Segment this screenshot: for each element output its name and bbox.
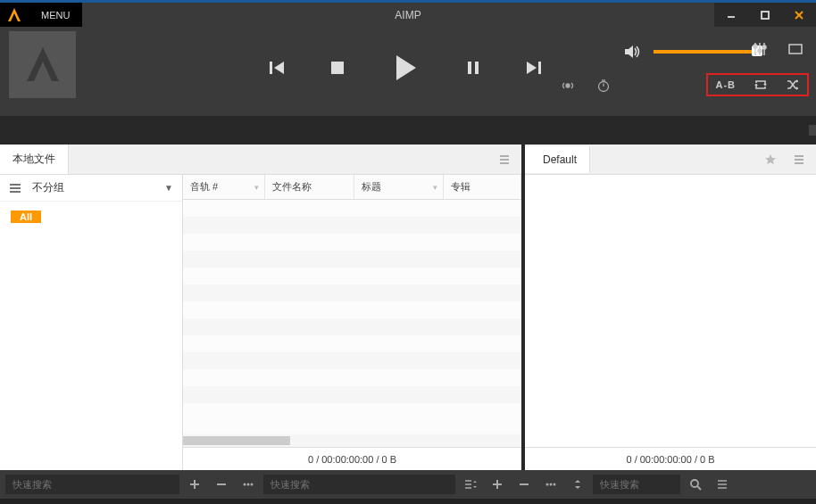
logo-menu-area: MENU [0, 3, 82, 27]
grid-headers: 音轨 #▾ 文件名称 标题▾ 专辑 [183, 175, 521, 200]
track-grid: 音轨 #▾ 文件名称 标题▾ 专辑 0 / 00:00:00:00 / 0 B [183, 175, 521, 470]
horizontal-scrollbar[interactable] [183, 434, 521, 447]
grid-rows[interactable] [183, 200, 521, 434]
svg-rect-4 [270, 62, 272, 74]
svg-point-14 [762, 45, 766, 49]
bottom-bar [0, 470, 816, 499]
playlist-add-button[interactable] [486, 475, 509, 494]
search-input-left[interactable] [5, 475, 179, 494]
svg-point-33 [247, 483, 250, 486]
app-title: AIMP [395, 9, 420, 21]
col-album[interactable]: 专辑 [444, 175, 521, 199]
radio-icon[interactable] [561, 78, 575, 93]
local-files-panel: 本地文件 不分组 ▼ All 音轨 #▾ 文件名称 标题▾ 专辑 [0, 145, 521, 470]
volume-slider[interactable] [654, 50, 761, 54]
left-panel-footer: 0 / 00:00:00:00 / 0 B [183, 447, 521, 470]
tab-local-files[interactable]: 本地文件 [0, 145, 69, 174]
right-panel-menu-icon[interactable] [793, 153, 805, 166]
svg-point-43 [554, 483, 556, 486]
previous-button[interactable] [268, 59, 286, 77]
shuffle-button[interactable] [786, 78, 800, 92]
hamburger-icon [9, 182, 21, 194]
svg-line-45 [697, 486, 701, 490]
panels: 本地文件 不分组 ▼ All 音轨 #▾ 文件名称 标题▾ 专辑 [0, 145, 816, 470]
close-button[interactable] [782, 3, 816, 27]
svg-point-34 [251, 483, 254, 486]
col-filename[interactable]: 文件名称 [265, 175, 354, 199]
sort-button[interactable] [459, 475, 482, 494]
add-button[interactable] [183, 475, 206, 494]
maximize-button[interactable] [748, 3, 782, 27]
search-input-right[interactable] [593, 475, 680, 494]
playlist-panel: Default 0 / 00:00:00:00 / 0 B [525, 145, 816, 470]
svg-point-44 [691, 480, 698, 487]
volume-icon[interactable] [623, 43, 641, 61]
svg-point-32 [244, 483, 246, 486]
pause-button[interactable] [464, 59, 482, 77]
transport-controls [268, 52, 543, 84]
ab-repeat-button[interactable]: A-B [715, 79, 736, 90]
left-panel-body: 不分组 ▼ All 音轨 #▾ 文件名称 标题▾ 专辑 [0, 175, 521, 470]
stop-button[interactable] [329, 59, 346, 77]
search-button[interactable] [684, 475, 707, 494]
all-tag[interactable]: All [11, 211, 41, 223]
svg-point-41 [546, 483, 549, 486]
svg-rect-6 [468, 62, 471, 74]
left-panel-header: 本地文件 [0, 145, 521, 175]
svg-point-12 [754, 45, 757, 48]
left-panel-menu-icon[interactable] [498, 153, 511, 166]
repeat-shuffle-box: A-B [706, 73, 809, 96]
right-panel-footer: 0 / 00:00:00:00 / 0 B [525, 447, 816, 470]
tab-default[interactable]: Default [525, 146, 590, 173]
svg-rect-8 [538, 62, 541, 74]
window-controls [714, 3, 816, 27]
svg-point-42 [550, 483, 553, 486]
col-track[interactable]: 音轨 #▾ [183, 175, 265, 199]
visualization-button[interactable] [787, 41, 804, 57]
group-select[interactable]: 不分组 ▼ [0, 175, 182, 202]
next-button[interactable] [525, 59, 543, 77]
filter-icon[interactable]: ▾ [433, 183, 437, 192]
group-sidebar: 不分组 ▼ All [0, 175, 183, 470]
svg-rect-1 [762, 12, 769, 19]
player-area: A-B [0, 27, 816, 116]
remove-button[interactable] [210, 475, 233, 494]
more-button[interactable] [237, 475, 260, 494]
title-bar: MENU AIMP [0, 0, 816, 27]
group-label: 不分组 [32, 180, 64, 195]
album-art [9, 31, 76, 98]
separator-bar [0, 116, 816, 145]
favorite-icon[interactable] [764, 153, 777, 166]
repeat-button[interactable] [754, 78, 768, 92]
playlist-remove-button[interactable] [512, 475, 536, 494]
filter-icon[interactable]: ▾ [254, 183, 259, 192]
scrollbar-thumb[interactable] [183, 436, 290, 445]
bottom-menu-button[interactable] [711, 475, 734, 494]
right-panel-header: Default [525, 145, 816, 175]
move-button[interactable] [566, 475, 589, 494]
side-handle[interactable] [809, 125, 816, 136]
svg-point-16 [566, 84, 570, 87]
svg-rect-7 [475, 62, 479, 74]
search-input-middle[interactable] [263, 475, 455, 494]
playlist-body[interactable] [525, 175, 816, 447]
equalizer-button[interactable] [752, 41, 768, 57]
app-logo-icon [0, 3, 29, 27]
svg-rect-15 [789, 45, 802, 54]
volume-area [623, 43, 761, 61]
col-title[interactable]: 标题▾ [354, 175, 444, 199]
chevron-down-icon: ▼ [164, 183, 173, 193]
timer-icon[interactable] [596, 78, 611, 93]
minimize-button[interactable] [714, 3, 748, 27]
svg-rect-5 [331, 62, 344, 74]
playlist-more-button[interactable] [539, 475, 562, 494]
play-button[interactable] [389, 52, 421, 84]
menu-button[interactable]: MENU [29, 3, 82, 27]
svg-point-13 [758, 49, 762, 53]
